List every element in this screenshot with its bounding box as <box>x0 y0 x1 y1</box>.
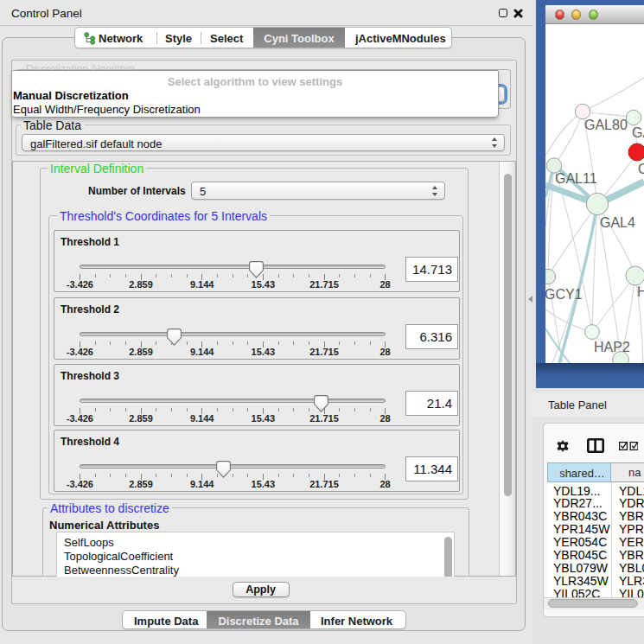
svg-text:GAL4: GAL4 <box>600 215 635 230</box>
svg-text:CDC6: CDC6 <box>638 162 644 176</box>
svg-text:GCY1: GCY1 <box>545 287 583 302</box>
svg-text:GAL80: GAL80 <box>584 118 628 132</box>
svg-text:HIS4: HIS4 <box>637 284 644 299</box>
svg-text:GAL11: GAL11 <box>555 171 597 186</box>
svg-text:HAP2: HAP2 <box>594 340 630 354</box>
svg-text:GAL7: GAL7 <box>632 125 644 140</box>
